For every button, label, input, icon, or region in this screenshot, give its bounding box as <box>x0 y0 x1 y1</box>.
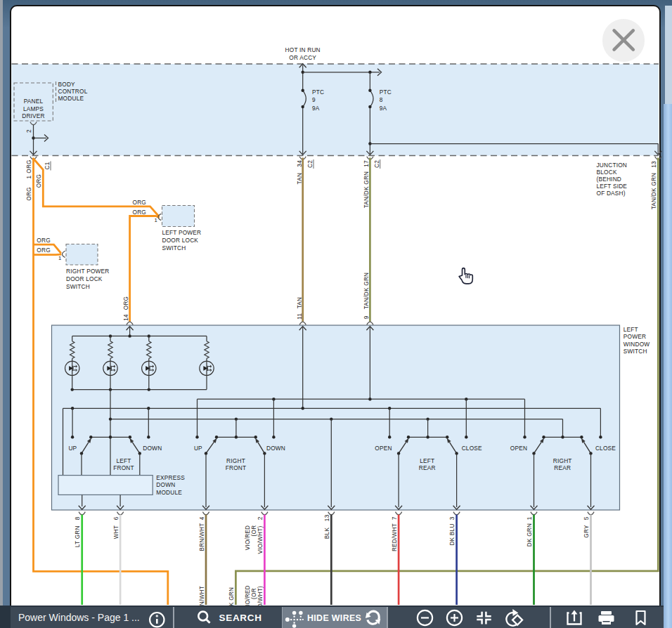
svg-text:WINDOW: WINDOW <box>623 341 650 348</box>
svg-text:TAN/DK GRN: TAN/DK GRN <box>650 173 657 210</box>
svg-text:VIO/RED: VIO/RED <box>244 525 251 551</box>
svg-text:OR ACCY: OR ACCY <box>289 54 316 61</box>
svg-text:BRN/WHT: BRN/WHT <box>198 523 205 551</box>
svg-text:3: 3 <box>448 516 455 520</box>
svg-text:ORG: ORG <box>25 159 32 174</box>
svg-text:9A: 9A <box>380 105 387 112</box>
svg-text:OPEN: OPEN <box>510 445 527 452</box>
svg-text:RIGHT: RIGHT <box>553 457 572 464</box>
svg-text:WHT: WHT <box>112 525 119 539</box>
svg-text:RIGHT: RIGHT <box>226 457 245 464</box>
svg-text:BLK: BLK <box>323 528 330 539</box>
svg-text:DRIVER: DRIVER <box>22 112 45 119</box>
svg-text:OF DASH): OF DASH) <box>597 190 626 197</box>
svg-text:ORG: ORG <box>122 296 129 310</box>
svg-text:LT GRN: LT GRN <box>75 525 82 547</box>
svg-text:BODY: BODY <box>58 81 76 88</box>
svg-text:SEARCH: SEARCH <box>219 613 262 623</box>
svg-text:MODULE: MODULE <box>58 95 84 102</box>
svg-text:TAN/DK GRN: TAN/DK GRN <box>363 171 370 209</box>
svg-text:DOWN: DOWN <box>266 445 285 452</box>
svg-text:C2: C2 <box>306 160 314 168</box>
svg-text:CLOSE: CLOSE <box>462 445 482 452</box>
svg-text:LEFT SIDE: LEFT SIDE <box>597 183 628 190</box>
svg-text:FRONT: FRONT <box>113 464 134 471</box>
svg-text:1: 1 <box>155 217 158 223</box>
svg-text:VIO/WHT): VIO/WHT) <box>257 526 264 554</box>
svg-text:6: 6 <box>112 516 119 520</box>
svg-text:ORG: ORG <box>25 187 32 201</box>
svg-text:SWITCH: SWITCH <box>623 348 647 355</box>
svg-text:4: 4 <box>198 516 205 520</box>
svg-text:DOWN: DOWN <box>156 481 175 488</box>
svg-text:11: 11 <box>296 313 303 320</box>
svg-text:13: 13 <box>650 161 657 168</box>
svg-text:9: 9 <box>312 96 316 103</box>
svg-text:PTC: PTC <box>380 89 392 96</box>
svg-text:MODULE: MODULE <box>156 489 182 496</box>
svg-text:ORG: ORG <box>37 247 51 254</box>
svg-text:13: 13 <box>323 514 330 521</box>
svg-text:8: 8 <box>380 96 383 103</box>
svg-text:RIGHT POWER: RIGHT POWER <box>66 268 110 275</box>
svg-text:ORG: ORG <box>133 209 147 216</box>
svg-text:DK BLU: DK BLU <box>448 523 455 545</box>
svg-text:REAR: REAR <box>419 464 436 471</box>
svg-text:SWITCH: SWITCH <box>66 283 90 290</box>
svg-text:ORG: ORG <box>35 174 42 188</box>
svg-text:C2: C2 <box>373 160 380 168</box>
svg-text:2: 2 <box>25 129 32 133</box>
svg-text:5: 5 <box>583 516 590 520</box>
svg-text:ORG: ORG <box>133 199 147 206</box>
svg-text:RED/WHT: RED/WHT <box>391 523 398 551</box>
svg-text:LEFT POWER: LEFT POWER <box>162 229 202 236</box>
svg-text:1: 1 <box>58 255 62 261</box>
svg-text:BLOCK: BLOCK <box>597 169 617 176</box>
svg-text:FRONT: FRONT <box>226 464 247 471</box>
svg-text:2: 2 <box>257 516 264 520</box>
svg-text:JUNCTION: JUNCTION <box>597 162 628 169</box>
svg-text:CLOSE: CLOSE <box>595 445 616 452</box>
svg-text:HOT IN RUN: HOT IN RUN <box>285 46 321 53</box>
svg-text:GRY: GRY <box>583 525 590 538</box>
svg-text:SWITCH: SWITCH <box>162 244 186 251</box>
svg-text:DK GRN: DK GRN <box>526 523 533 547</box>
svg-text:LEFT: LEFT <box>420 457 434 464</box>
svg-text:LEFT: LEFT <box>116 457 131 464</box>
svg-text:LEFT: LEFT <box>623 326 638 333</box>
svg-text:14: 14 <box>122 314 129 321</box>
svg-text:DOOR LOCK: DOOR LOCK <box>66 275 103 282</box>
svg-text:TAN/DK GRN: TAN/DK GRN <box>363 273 370 310</box>
svg-text:PANEL: PANEL <box>24 98 44 105</box>
svg-text:REAR: REAR <box>554 464 571 471</box>
svg-text:8: 8 <box>75 516 82 520</box>
svg-text:(BEHIND: (BEHIND <box>597 176 622 183</box>
svg-text:UP: UP <box>68 445 77 452</box>
svg-text:PTC: PTC <box>312 89 324 96</box>
svg-text:TAN: TAN <box>296 173 303 185</box>
svg-text:9A: 9A <box>312 105 320 112</box>
svg-text:CONTROL: CONTROL <box>58 88 88 95</box>
svg-text:(OR: (OR <box>250 525 257 537</box>
svg-text:C1: C1 <box>44 162 51 169</box>
svg-text:1: 1 <box>526 516 533 520</box>
svg-text:LAMPS: LAMPS <box>23 105 44 112</box>
svg-text:1: 1 <box>25 175 32 178</box>
svg-text:ORG: ORG <box>37 237 51 244</box>
svg-text:TAN: TAN <box>296 297 303 309</box>
svg-text:UP: UP <box>194 445 202 452</box>
svg-text:POWER: POWER <box>623 333 646 340</box>
svg-text:EXPRESS: EXPRESS <box>156 474 185 481</box>
svg-text:DOOR LOCK: DOOR LOCK <box>162 237 199 244</box>
svg-text:17: 17 <box>363 160 370 167</box>
svg-text:9: 9 <box>363 315 370 319</box>
svg-text:OPEN: OPEN <box>375 445 392 452</box>
svg-text:7: 7 <box>391 516 398 520</box>
svg-text:HIDE WIRES: HIDE WIRES <box>307 613 361 623</box>
svg-text:DOWN: DOWN <box>143 445 162 452</box>
svg-text:34: 34 <box>296 160 303 167</box>
